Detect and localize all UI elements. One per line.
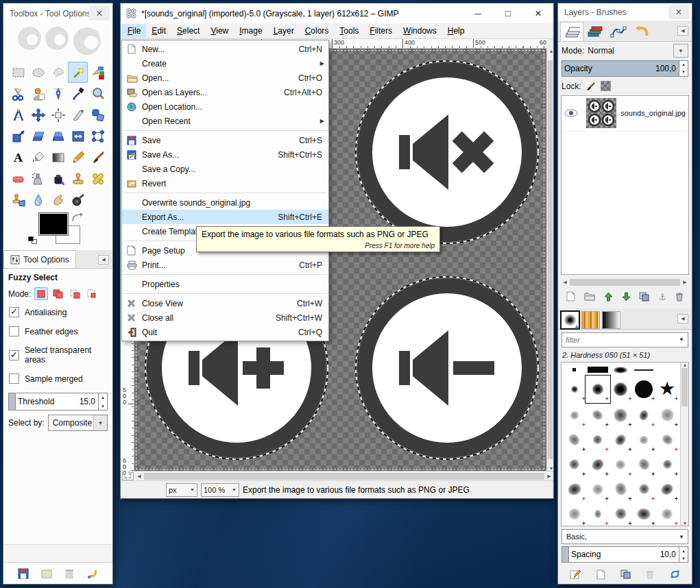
maximize-icon[interactable]	[493, 4, 523, 23]
visibility-eye-icon[interactable]	[564, 109, 578, 117]
tool-crop[interactable]	[68, 104, 88, 125]
scrollbar-thumb[interactable]	[144, 473, 544, 480]
tab-undo-history[interactable]	[630, 22, 653, 41]
foreground-color-swatch[interactable]	[39, 213, 68, 235]
layer-name[interactable]: sounds_original.jpg	[620, 109, 686, 117]
layers-titlebar[interactable]: Layers - Brushes	[558, 3, 692, 21]
tool-blur-sharpen[interactable]	[28, 189, 48, 210]
tool-move[interactable]	[28, 104, 48, 125]
brush-item[interactable]: +	[633, 378, 654, 401]
brush-item[interactable]: +	[657, 453, 677, 476]
close-icon[interactable]	[523, 4, 553, 23]
scroll-left-icon[interactable]	[135, 474, 143, 479]
lock-pixels-icon[interactable]	[585, 81, 597, 92]
duplicate-brush-icon[interactable]	[620, 569, 631, 579]
layer-thumbnail[interactable]	[586, 98, 616, 128]
tool-scale[interactable]	[8, 125, 28, 147]
tab-gradients[interactable]	[602, 311, 620, 329]
close-icon[interactable]	[89, 6, 110, 21]
minimize-icon[interactable]	[463, 4, 493, 23]
tool-gradient[interactable]	[48, 147, 68, 168]
menu-file[interactable]: File	[122, 24, 146, 38]
scroll-right-icon[interactable]	[545, 474, 553, 479]
scrollbar-thumb[interactable]	[548, 60, 553, 459]
tool-smudge[interactable]	[48, 189, 68, 210]
tool-pencil[interactable]	[68, 147, 88, 168]
slider-handle[interactable]	[562, 547, 569, 562]
lower-layer-icon[interactable]	[622, 292, 631, 302]
scroll-down-icon[interactable]	[681, 521, 689, 526]
brush-item[interactable]: +	[610, 478, 631, 501]
tool-rectangle-select[interactable]	[8, 62, 28, 83]
tool-eraser[interactable]	[8, 168, 28, 189]
brush-item[interactable]: +	[564, 404, 585, 427]
menu-select[interactable]: Select	[171, 24, 205, 38]
duplicate-layer-icon[interactable]	[639, 292, 649, 302]
tool-bucket-fill[interactable]	[28, 147, 48, 168]
checkbox-icon[interactable]	[9, 373, 19, 384]
menu-item-properties[interactable]: Properties	[122, 277, 328, 291]
menu-view[interactable]: View	[205, 24, 234, 38]
unit-dropdown[interactable]: px	[166, 483, 197, 497]
brush-item[interactable]: +	[657, 404, 677, 427]
reset-icon[interactable]	[86, 568, 98, 579]
menu-item-open-recent[interactable]: Open Recent	[122, 114, 328, 128]
checkbox-antialiasing[interactable]: Antialiasing	[9, 307, 108, 317]
tool-perspective-clone[interactable]	[8, 189, 28, 210]
spacing-spinner[interactable]	[679, 547, 688, 562]
brush-item[interactable]: +	[610, 428, 631, 452]
brush-item[interactable]: +	[633, 453, 654, 476]
checkbox-sample-merged[interactable]: Sample merged	[9, 373, 108, 384]
spacing-slider[interactable]: Spacing 10,0	[562, 546, 688, 563]
menu-item-close-all[interactable]: Close allShift+Ctrl+W	[122, 310, 328, 325]
select-by-dropdown[interactable]: Composite	[48, 415, 108, 431]
close-icon[interactable]	[668, 5, 689, 19]
save-preset-icon[interactable]	[18, 568, 29, 579]
menu-item-open-as-layers[interactable]: Open as Layers...Ctrl+Alt+O	[122, 85, 328, 99]
tool-heal[interactable]	[88, 168, 108, 189]
tool-perspective[interactable]	[48, 125, 68, 147]
anchor-layer-icon[interactable]	[658, 291, 666, 303]
tool-clone[interactable]	[68, 168, 88, 189]
filter-input[interactable]	[562, 335, 675, 345]
brush-item-selected[interactable]: +	[588, 378, 608, 401]
brush-item[interactable]: +	[633, 428, 654, 452]
tool-ink[interactable]	[48, 168, 68, 189]
scroll-right-icon[interactable]	[681, 280, 689, 285]
brush-item[interactable]: +	[610, 502, 631, 526]
raise-layer-icon[interactable]	[604, 292, 613, 302]
tool-foreground-select[interactable]	[28, 83, 48, 104]
menu-item-save-a-copy[interactable]: Save a Copy...	[122, 162, 328, 176]
threshold-spinner[interactable]	[98, 393, 107, 411]
menu-filters[interactable]: Filters	[364, 24, 398, 38]
slider-handle[interactable]	[9, 393, 16, 410]
brush-item[interactable]: +	[588, 502, 608, 526]
toolbox-titlebar[interactable]: Toolbox - Tool Options	[3, 3, 112, 23]
menu-item-export-as[interactable]: Export As...Shift+Ctrl+E	[122, 210, 328, 224]
panel-menu-icon[interactable]	[98, 255, 109, 265]
tool-measure[interactable]	[8, 104, 28, 125]
menu-item-create[interactable]: Create	[122, 56, 328, 71]
brush-item[interactable]: +	[633, 478, 654, 501]
chevron-down-icon[interactable]	[675, 336, 688, 343]
refresh-brushes-icon[interactable]	[670, 569, 680, 579]
zoom-dropdown[interactable]: 100 %	[201, 483, 239, 497]
tab-paths[interactable]	[607, 22, 630, 41]
tool-paths[interactable]	[48, 83, 68, 104]
scroll-up-icon[interactable]	[547, 49, 555, 53]
brush-item[interactable]: +	[564, 502, 585, 526]
checkbox-icon[interactable]	[9, 326, 19, 336]
tool-alignment[interactable]	[48, 104, 68, 125]
panel-menu-icon[interactable]	[677, 26, 688, 36]
tab-patterns[interactable]	[581, 311, 600, 329]
brush-item[interactable]: +	[588, 404, 608, 427]
mode-subtract-icon[interactable]	[69, 287, 82, 300]
tool-paintbrush[interactable]	[88, 147, 108, 168]
tool-fuzzy-select[interactable]	[68, 62, 88, 83]
default-colors-icon[interactable]	[28, 236, 37, 244]
brush-item[interactable]: +	[633, 502, 654, 526]
menu-item-save-as[interactable]: Save As...Shift+Ctrl+S	[122, 147, 328, 162]
tool-free-select[interactable]	[48, 62, 68, 83]
menu-item-open-location[interactable]: Open Location...	[122, 99, 328, 114]
tool-dodge-burn[interactable]	[68, 189, 88, 210]
